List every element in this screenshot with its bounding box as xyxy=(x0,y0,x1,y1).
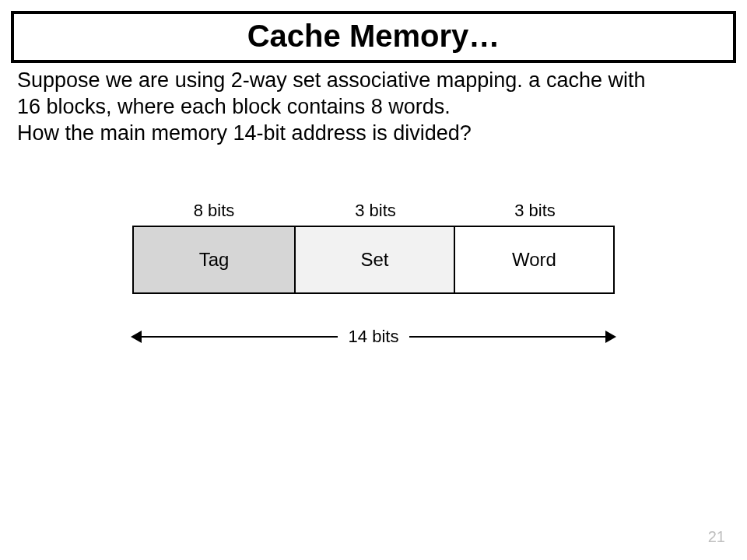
problem-statement: Suppose we are using 2-way set associati… xyxy=(17,68,730,146)
page-number: 21 xyxy=(708,528,725,546)
body-line-2: 16 blocks, where each block contains 8 w… xyxy=(17,95,451,118)
word-bits-label: 3 bits xyxy=(455,201,615,221)
bit-labels-row: 8 bits 3 bits 3 bits xyxy=(132,201,615,221)
body-line-1: Suppose we are using 2-way set associati… xyxy=(17,68,645,92)
address-fields: Tag Set Word xyxy=(132,226,615,294)
body-line-3: How the main memory 14-bit address is di… xyxy=(17,121,472,145)
word-field: Word xyxy=(455,226,615,294)
arrow-left-icon xyxy=(132,336,338,338)
total-bits-dimension: 14 bits xyxy=(132,325,615,348)
total-bits-label: 14 bits xyxy=(338,327,410,347)
address-diagram: 8 bits 3 bits 3 bits Tag Set Word 14 bit… xyxy=(132,201,615,348)
set-bits-label: 3 bits xyxy=(296,201,455,221)
tag-bits-label: 8 bits xyxy=(132,201,296,221)
set-field: Set xyxy=(296,226,455,294)
arrow-right-icon xyxy=(409,336,615,338)
tag-field: Tag xyxy=(132,226,296,294)
page-title: Cache Memory… xyxy=(247,19,500,53)
title-box: Cache Memory… xyxy=(11,11,736,63)
